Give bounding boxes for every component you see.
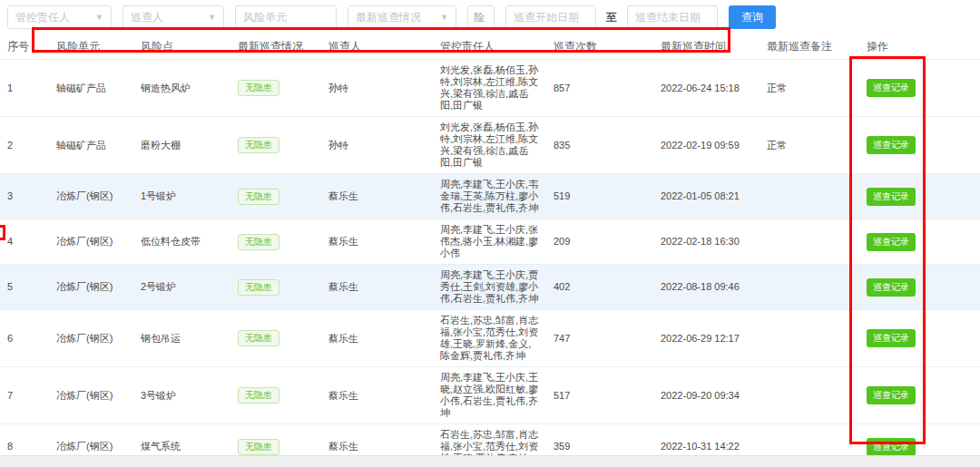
cell-actions: 巡查记录 <box>859 74 980 102</box>
inspection-end-date-input[interactable]: 巡查结束日期 <box>627 5 718 29</box>
cell-index: 3 <box>0 186 49 207</box>
inspection-records-page: 管控责任人 ▼ 巡查人 ▼ 风险单元 最新巡查情况 ▼ 险 巡查开始日期 至 巡… <box>0 0 980 467</box>
header-time: 最新巡查时间 <box>653 39 760 54</box>
cell-actions: 巡查记录 <box>859 229 980 256</box>
responsible-person-placeholder: 管控责任人 <box>15 10 70 25</box>
inspection-record-button[interactable]: 巡查记录 <box>867 136 916 154</box>
cell-responsible: 周亮,李建飞,王小庆,贾秀仕,王剑,刘资雄,廖小伟,石岩生,贾礼伟,齐坤 <box>433 265 546 309</box>
inspector-select[interactable]: 巡查人 ▼ <box>122 5 224 29</box>
table-body: 1 轴磁矿产品 钢造热风炉 无隐患 孙特 刘光发,张磊,杨佰玉,孙特,刘宗林,左… <box>0 60 980 467</box>
cell-count: 517 <box>546 385 653 406</box>
cell-actions: 巡查记录 <box>859 325 980 352</box>
cell-risk-point: 钢包吊运 <box>133 328 230 349</box>
risk-unit-input[interactable]: 风险单元 <box>235 5 337 29</box>
status-badge: 无隐患 <box>238 80 279 96</box>
cell-responsible: 刘光发,张磊,杨佰玉,孙特,刘宗林,左江维,陈文兴,梁有强,徐洁,戚岳阳,田广银 <box>433 117 546 173</box>
search-button[interactable]: 查询 <box>729 5 776 29</box>
cell-actions: 巡查记录 <box>859 382 980 409</box>
inspection-record-button[interactable]: 巡查记录 <box>867 233 916 251</box>
status-badge: 无隐患 <box>238 234 279 250</box>
cell-count: 747 <box>546 328 653 349</box>
cell-status: 无隐患 <box>230 184 321 209</box>
cell-index: 1 <box>0 78 49 99</box>
inspection-record-button[interactable]: 巡查记录 <box>867 438 916 456</box>
status-badge: 无隐患 <box>238 137 279 153</box>
cell-time: 2022-09-20 09:34 <box>653 385 760 406</box>
filter-bar: 管控责任人 ▼ 巡查人 ▼ 风险单元 最新巡查情况 ▼ 险 巡查开始日期 至 巡… <box>0 0 980 34</box>
cell-responsible: 石岩生,苏忠,邹富,肖志福,张小宝,范秀仕,刘资雄,王晓,罗新烽,金义,陈金辉,… <box>433 310 546 366</box>
inspector-placeholder: 巡查人 <box>131 10 163 25</box>
mini-input-value: 险 <box>474 10 485 25</box>
header-inspector: 巡查人 <box>321 39 433 54</box>
header-risk-point: 风险点 <box>133 39 230 54</box>
cell-index: 6 <box>0 328 49 349</box>
cell-time: 2022-08-18 09:46 <box>653 277 760 297</box>
cell-count: 519 <box>546 186 653 207</box>
cell-risk-point: 磨粉大棚 <box>133 135 230 156</box>
cell-responsible: 周亮,李建飞,王小庆,王晓,赵立强,欧阳红敏,廖小伟,石岩生,贾礼伟,齐坤 <box>433 367 546 423</box>
chevron-down-icon: ▼ <box>440 13 448 22</box>
inspection-record-button[interactable]: 巡查记录 <box>867 386 916 404</box>
header-count: 巡查次数 <box>546 39 653 54</box>
cell-risk-unit: 冶炼厂(钢区) <box>49 231 133 252</box>
cell-index: 7 <box>0 385 49 406</box>
cell-risk-point: 钢造热风炉 <box>133 78 230 99</box>
cell-status: 无隐患 <box>230 75 321 101</box>
header-risk-unit: 风险单元 <box>49 39 133 54</box>
cell-status: 无隐患 <box>230 132 321 158</box>
chevron-down-icon: ▼ <box>95 13 103 22</box>
cell-index: 4 <box>0 231 49 252</box>
cell-risk-unit: 冶炼厂(钢区) <box>49 328 133 349</box>
cell-inspector: 蔡乐生 <box>321 328 433 349</box>
responsible-person-select[interactable]: 管控责任人 ▼ <box>7 5 112 29</box>
status-badge: 无隐患 <box>238 330 279 346</box>
inspection-record-button[interactable]: 巡查记录 <box>867 79 916 97</box>
inspection-record-button[interactable]: 巡查记录 <box>867 278 916 297</box>
cell-risk-unit: 轴磁矿产品 <box>49 78 133 99</box>
cell-risk-unit: 冶炼厂(钢区) <box>49 277 133 297</box>
cell-time: 2022-02-19 09:59 <box>653 135 760 156</box>
table-row: 6 冶炼厂(钢区) 钢包吊运 无隐患 蔡乐生 石岩生,苏忠,邹富,肖志福,张小宝… <box>0 310 980 367</box>
cell-remark <box>760 192 859 201</box>
cell-inspector: 孙特 <box>321 78 433 99</box>
inspection-record-button[interactable]: 巡查记录 <box>867 188 916 206</box>
cell-risk-point: 低位料仓皮带 <box>133 231 230 252</box>
inspection-start-date-input[interactable]: 巡查开始日期 <box>505 5 596 29</box>
cell-actions: 巡查记录 <box>859 131 980 159</box>
risk-unit-placeholder: 风险单元 <box>243 10 287 25</box>
status-badge: 无隐患 <box>238 387 279 404</box>
header-actions: 操作 <box>859 39 980 54</box>
latest-status-select[interactable]: 最新巡查情况 ▼ <box>348 5 456 29</box>
cell-responsible: 周亮,李建飞,王小庆,张伟杰,骆小玉,林湘建,廖小伟 <box>433 219 546 264</box>
table-row: 1 轴磁矿产品 钢造热风炉 无隐患 孙特 刘光发,张磊,杨佰玉,孙特,刘宗林,左… <box>0 60 980 117</box>
status-badge: 无隐患 <box>238 439 279 455</box>
footer-strip <box>0 455 980 467</box>
cell-remark: 正常 <box>760 78 859 99</box>
cell-time: 2022-02-18 16:30 <box>653 231 760 252</box>
cell-actions: 巡查记录 <box>859 183 980 210</box>
cell-risk-point: 2号锻炉 <box>133 277 230 297</box>
cell-time: 2022-10-31 14:22 <box>653 436 760 457</box>
cell-count: 402 <box>546 277 653 297</box>
header-remark: 最新巡查备注 <box>760 39 859 54</box>
cell-count: 835 <box>546 135 653 156</box>
table-header-row: 序号 风险单元 风险点 最新巡查情况 巡查人 管控责任人 巡查次数 最新巡查时间… <box>0 34 980 60</box>
cell-remark <box>760 443 859 452</box>
table-row: 4 冶炼厂(钢区) 低位料仓皮带 无隐患 蔡乐生 周亮,李建飞,王小庆,张伟杰,… <box>0 219 980 265</box>
cell-count: 359 <box>546 436 653 457</box>
cell-responsible: 刘光发,张磊,杨佰玉,孙特,刘宗林,左江维,陈文兴,梁有强,徐洁,戚岳阳,田广银 <box>433 60 546 116</box>
cell-inspector: 蔡乐生 <box>321 277 433 297</box>
start-date-placeholder: 巡查开始日期 <box>514 10 579 25</box>
header-responsible: 管控责任人 <box>433 39 546 54</box>
cell-count: 209 <box>546 231 653 252</box>
status-badge: 无隐患 <box>238 279 279 296</box>
cell-inspector: 蔡乐生 <box>321 231 433 252</box>
cell-remark: 正常 <box>760 135 859 156</box>
end-date-placeholder: 巡查结束日期 <box>635 10 701 25</box>
cell-risk-point: 煤气系统 <box>133 436 230 457</box>
mini-input[interactable]: 险 <box>467 5 495 29</box>
cell-inspector: 蔡乐生 <box>321 186 433 207</box>
inspection-record-button[interactable]: 巡查记录 <box>867 329 916 347</box>
cell-index: 8 <box>0 436 49 457</box>
cell-status: 无隐患 <box>230 326 321 351</box>
